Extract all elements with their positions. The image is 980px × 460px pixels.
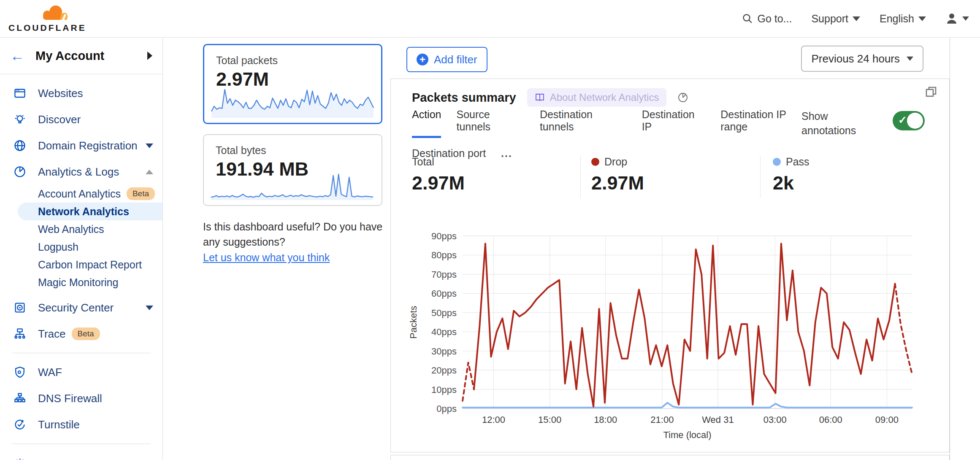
sidebar-item-domain-registration[interactable]: Domain Registration — [0, 133, 162, 159]
sidebar-item-label: Domain Registration — [38, 139, 138, 152]
sidebar-item-trace[interactable]: Trace Beta — [0, 321, 162, 347]
about-network-analytics-badge[interactable]: About Network Analytics — [527, 88, 667, 107]
goto-search[interactable]: Go to... — [742, 13, 792, 25]
language-menu[interactable]: English — [880, 13, 926, 25]
sidebar-item-analytics-logs[interactable]: Analytics & Logs — [0, 159, 162, 185]
account-menu[interactable] — [945, 12, 969, 25]
sidebar-item-carbon-impact-report[interactable]: Carbon Impact Report — [0, 256, 162, 273]
sidebar-item-account-analytics[interactable]: Account Analytics Beta — [0, 185, 162, 203]
expand-panel-button[interactable] — [925, 86, 937, 100]
tab-destination-ip[interactable]: Destination IP — [642, 108, 706, 138]
tab-destination-ip-range[interactable]: Destination IP range — [720, 108, 813, 138]
pie-meter-icon[interactable] — [677, 92, 688, 103]
burst-icon: ✳ — [13, 456, 27, 460]
chevron-down-icon — [907, 57, 913, 61]
svg-text:0pps: 0pps — [436, 403, 457, 414]
user-icon — [945, 12, 958, 25]
sidebar-item-label: Magic Monitoring — [38, 276, 118, 289]
expand-icon — [925, 86, 937, 98]
sidebar-item-security-center[interactable]: Security Center — [0, 295, 162, 321]
check-icon: ✓ — [898, 114, 907, 126]
svg-text:30pps: 30pps — [431, 346, 457, 357]
search-icon — [742, 13, 753, 24]
chevron-right-icon[interactable] — [147, 51, 152, 60]
cloudflare-logo[interactable]: CLOUDFLARE — [8, 3, 80, 35]
time-range-dropdown[interactable]: Previous 24 hours — [801, 46, 923, 72]
sidebar-item-network-analytics[interactable]: Network Analytics — [18, 203, 162, 220]
chevron-down-icon — [146, 306, 153, 310]
content-area: Total packets 2.97M Total bytes 191.94 M… — [163, 38, 950, 460]
tab-destination-tunnels[interactable]: Destination tunnels — [540, 108, 627, 138]
sidebar-item-dns-firewall[interactable]: DNS Firewall — [0, 385, 162, 411]
sidebar-item-websites[interactable]: Websites — [0, 80, 162, 106]
stat-value: 2k — [773, 172, 809, 194]
cloudflare-cloud-icon — [8, 3, 80, 24]
goto-label: Go to... — [757, 13, 792, 25]
add-filter-label: Add filter — [434, 53, 477, 66]
show-annotations-toggle[interactable]: ✓ — [893, 111, 925, 130]
packets-summary-chart: 0pps10pps20pps30pps40pps50pps60pps70pps8… — [397, 227, 942, 441]
stat-total: Total 2.97M — [412, 156, 465, 194]
sidebar-item-discover[interactable]: Discover — [0, 106, 162, 133]
drop-dot — [591, 158, 599, 166]
sidebar-item-label: Turnstile — [38, 418, 80, 431]
stat-pass: Pass 2k — [773, 156, 809, 194]
back-arrow-icon[interactable]: ← — [10, 49, 24, 63]
divider — [12, 353, 151, 353]
hierarchy-icon — [13, 391, 27, 406]
beta-badge: Beta — [72, 327, 100, 340]
brand-text: CLOUDFLARE — [8, 23, 87, 33]
svg-text:20pps: 20pps — [431, 365, 457, 376]
svg-text:50pps: 50pps — [431, 308, 457, 318]
chevron-down-icon — [962, 16, 969, 21]
globe-icon — [13, 138, 27, 153]
sidebar-header: ← My Account — [0, 38, 162, 74]
stat-value: 2.97M — [591, 172, 644, 194]
pie-chart-icon — [13, 165, 27, 179]
stat-value: 2.97M — [412, 172, 465, 194]
svg-text:80pps: 80pps — [431, 250, 457, 260]
total-bytes-sparkline — [210, 170, 375, 201]
svg-text:06:00: 06:00 — [819, 414, 842, 425]
language-label: English — [880, 13, 914, 25]
support-menu[interactable]: Support — [811, 13, 860, 25]
total-packets-card[interactable]: Total packets 2.97M — [203, 44, 382, 124]
total-packets-sparkline — [210, 84, 376, 119]
chevron-down-icon — [918, 16, 926, 21]
top-bar-menu: Go to... Support English — [742, 0, 969, 37]
svg-text:Wed 31: Wed 31 — [702, 414, 734, 425]
sidebar-item-label: WAF — [38, 366, 62, 379]
add-filter-button[interactable]: + Add filter — [406, 47, 487, 72]
pass-dot — [773, 158, 781, 166]
svg-text:18:00: 18:00 — [594, 414, 617, 425]
sidebar-item-label: Analytics & Logs — [38, 165, 119, 179]
feedback-link[interactable]: Let us know what you think — [203, 252, 330, 263]
stat-label: Drop — [604, 156, 627, 168]
tab-source-tunnels[interactable]: Source tunnels — [456, 108, 524, 138]
sidebar-item-logpush[interactable]: Logpush — [0, 238, 162, 256]
svg-text:03:00: 03:00 — [763, 414, 787, 425]
svg-text:10pps: 10pps — [431, 384, 457, 395]
packets-summary-panel: Packets summary About Network Analytics — [390, 78, 950, 452]
total-bytes-card[interactable]: Total bytes 191.94 MB — [203, 134, 382, 206]
verify-check-icon — [13, 417, 27, 432]
tab-action[interactable]: Action — [412, 108, 441, 138]
feedback-question: Is this dashboard useful? Do you have an… — [203, 219, 401, 250]
sidebar-item-web-analytics[interactable]: Web Analytics — [0, 220, 162, 238]
show-annotations-label: Show annotations — [801, 109, 865, 138]
sidebar-item-waf[interactable]: WAF — [0, 359, 162, 385]
sidebar-item-label: Account Analytics — [38, 188, 121, 200]
sidebar-item-magic-monitoring[interactable]: Magic Monitoring — [0, 273, 162, 291]
sidebar-item-partial[interactable]: ✳ — [0, 450, 162, 460]
websites-icon — [13, 86, 27, 100]
next-panel-partial — [390, 455, 950, 460]
sidebar: ← My Account Websites Discover — [0, 38, 163, 460]
metric-label: Total bytes — [216, 144, 382, 157]
sidebar-item-label: Websites — [38, 87, 83, 100]
sidebar-item-turnstile[interactable]: Turnstile — [0, 411, 162, 438]
svg-text:70pps: 70pps — [431, 269, 457, 280]
feedback-block: Is this dashboard useful? Do you have an… — [203, 219, 401, 265]
sidebar-item-label: Discover — [38, 113, 81, 126]
stat-drop: Drop 2.97M — [591, 156, 644, 194]
stat-label: Total — [412, 156, 434, 168]
